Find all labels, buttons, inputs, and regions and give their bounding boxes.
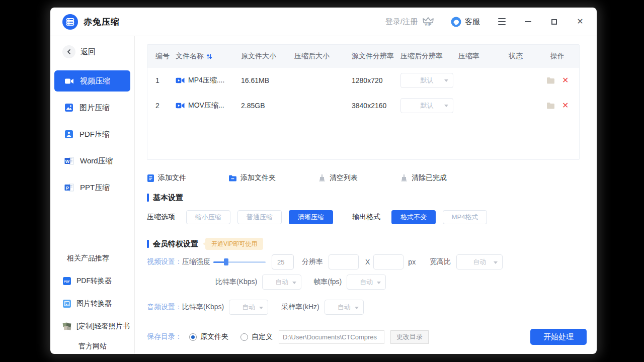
sidebar-item-word-compress[interactable]: W Word压缩 <box>54 150 130 171</box>
option-normal-compress[interactable]: 普通压缩 <box>237 210 282 224</box>
col-output-resolution: 压缩后分辨率 <box>400 52 458 61</box>
row-original-size: 16.61MB <box>241 76 294 84</box>
back-button[interactable]: 返回 <box>50 45 134 58</box>
app-title: 赤兔压缩 <box>84 16 120 28</box>
resolution-x-label: X <box>365 258 370 266</box>
row-filename: MOV压缩... <box>176 101 241 110</box>
audio-bitrate-label: 比特率(Kbps) <box>182 303 224 312</box>
clear-finished-button[interactable]: 清除已完成 <box>400 173 447 183</box>
chevron-down-icon <box>259 307 263 309</box>
sidebar-item-video-compress[interactable]: 视频压缩 <box>54 70 130 92</box>
output-resolution-select[interactable]: 默认 <box>400 98 453 113</box>
login-register-link[interactable]: 登录/注册 <box>385 17 418 27</box>
bitrate-select[interactable]: 自动 <box>262 275 301 290</box>
customer-service-button[interactable]: 客服 <box>451 17 480 27</box>
open-folder-icon[interactable] <box>546 102 555 109</box>
section-marker <box>147 194 149 202</box>
resolution-width-input[interactable] <box>329 254 359 269</box>
customer-service-label: 客服 <box>465 17 480 27</box>
resolution-height-input[interactable] <box>373 254 404 269</box>
vip-settings-heading: 会员特权设置 开通VIP即可使用 <box>147 239 587 248</box>
sort-icon[interactable] <box>206 53 212 60</box>
sidebar-item-photo-book[interactable]: [定制]轻奢照片书 <box>50 322 134 331</box>
row-source-resolution: 644x362 <box>352 76 400 84</box>
list-toolbar: 添加文件 添加文件夹 清空列表 <box>147 173 587 183</box>
resolution-unit-label: px <box>408 258 416 266</box>
add-file-button[interactable]: 添加文件 <box>147 173 186 183</box>
row-filename: MP4压缩.... <box>176 76 241 85</box>
sidebar-item-pdf-compress[interactable]: PDF压缩 <box>54 124 130 145</box>
radio-custom-folder-label: 自定义 <box>252 332 273 341</box>
app-logo-icon <box>62 14 78 30</box>
section-marker <box>147 240 149 248</box>
menu-button[interactable] <box>497 17 506 26</box>
col-filename[interactable]: 文件名称 <box>176 52 241 61</box>
video-settings-label: 视频设置： <box>147 257 182 266</box>
audio-bitrate-select[interactable]: 自动 <box>229 300 268 315</box>
save-directory-row: 保存目录： 原文件夹 自定义 更改目录 开始处理 <box>147 329 587 345</box>
close-button[interactable]: ✕ <box>576 17 585 26</box>
fps-select[interactable]: 自动 <box>347 275 386 290</box>
sample-rate-label: 采样率(kHz) <box>281 303 319 312</box>
format-mp4[interactable]: MP4格式 <box>443 210 487 224</box>
pdf-converter-icon: PDF <box>62 277 71 286</box>
compress-option-label: 压缩选项 <box>147 213 175 222</box>
save-directory-label: 保存目录： <box>147 332 182 341</box>
sidebar-item-image-compress[interactable]: 图片压缩 <box>54 97 130 118</box>
svg-text:PDF: PDF <box>64 280 70 283</box>
save-path-input[interactable] <box>279 330 384 344</box>
strength-label: 压缩强度 <box>182 257 210 266</box>
chevron-down-icon <box>444 105 448 107</box>
add-folder-button[interactable]: 添加文件夹 <box>228 173 276 183</box>
format-keep-original[interactable]: 格式不变 <box>391 210 436 224</box>
strength-value-box[interactable]: 25 <box>272 254 294 269</box>
strength-slider[interactable] <box>213 258 266 265</box>
col-source-resolution: 源文件分辨率 <box>352 52 400 61</box>
official-site-link[interactable]: 官方网站 <box>78 342 134 351</box>
chevron-down-icon <box>292 282 296 284</box>
video-file-icon <box>176 76 185 84</box>
delete-file-icon[interactable]: ✕ <box>562 76 569 84</box>
option-shrink-compress[interactable]: 缩小压缩 <box>186 210 230 224</box>
option-clear-compress[interactable]: 清晰压缩 <box>289 210 333 224</box>
image-icon <box>64 103 73 112</box>
chevron-down-icon <box>494 261 498 264</box>
output-resolution-select[interactable]: 默认 <box>400 73 453 88</box>
app-window: 赤兔压缩 登录/注册 VIP 客服 ✕ <box>50 8 597 354</box>
audio-settings-row: 音频设置： 比特率(Kbps) 自动 采样率(kHz) 自动 <box>147 300 587 315</box>
sidebar-item-image-converter[interactable]: 图片转换器 <box>50 299 134 308</box>
col-actions: 操作 <box>550 52 579 61</box>
maximize-button[interactable] <box>549 17 558 26</box>
radio-original-folder[interactable] <box>189 333 197 341</box>
sidebar-item-ppt-compress[interactable]: P PPT压缩 <box>54 177 130 198</box>
minimize-button[interactable] <box>523 17 532 26</box>
chevron-down-icon <box>444 79 448 82</box>
broom-icon <box>318 174 326 182</box>
slider-handle[interactable] <box>224 258 228 265</box>
video-file-icon <box>176 102 185 110</box>
start-process-button[interactable]: 开始处理 <box>530 329 587 345</box>
vip-required-badge: 开通VIP即可使用 <box>205 238 263 250</box>
radio-custom-folder[interactable] <box>240 333 248 341</box>
table-row: 1 MP4压缩.... 16.61MB 644x362 <box>147 68 579 93</box>
table-row: 2 MOV压缩... 2.85GB 3840x2160 <box>147 93 579 118</box>
file-table: 编号 文件名称 原文件大小 压缩后大小 源文件分辨率 压缩后分辨率 压缩率 状态 <box>147 44 580 160</box>
output-format-label: 输出格式 <box>352 213 380 222</box>
row-no: 2 <box>155 102 176 110</box>
basic-settings-heading: 基本设置 <box>147 193 587 202</box>
vip-button[interactable]: VIP <box>423 17 434 27</box>
aspect-ratio-select[interactable]: 自动 <box>456 254 503 269</box>
bitrate-label: 比特率(Kbps) <box>215 278 257 287</box>
clear-list-button[interactable]: 清空列表 <box>318 173 358 183</box>
open-folder-icon[interactable] <box>546 77 555 84</box>
col-no: 编号 <box>155 52 176 61</box>
row-original-size: 2.85GB <box>241 102 294 110</box>
change-directory-button[interactable]: 更改目录 <box>390 330 429 344</box>
sidebar-item-pdf-converter[interactable]: PDF PDF转换器 <box>50 277 134 286</box>
radio-original-folder-label: 原文件夹 <box>200 332 228 341</box>
image-converter-icon <box>62 299 71 308</box>
compress-options-row: 压缩选项 缩小压缩 普通压缩 清晰压缩 输出格式 格式不变 MP4格式 <box>147 210 587 224</box>
delete-file-icon[interactable]: ✕ <box>562 102 569 110</box>
sample-rate-select[interactable]: 自动 <box>325 300 364 315</box>
ppt-icon: P <box>64 183 74 192</box>
